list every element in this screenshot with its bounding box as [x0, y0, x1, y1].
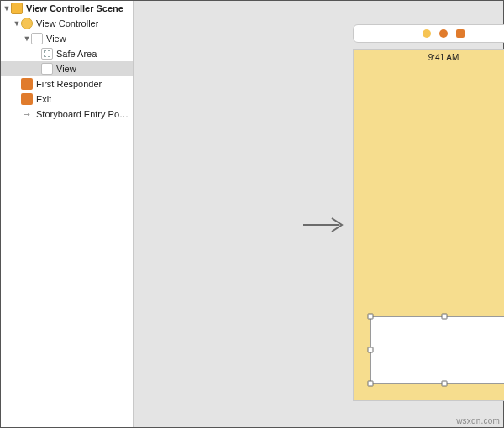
outline-label: View Controller Scene: [26, 3, 123, 13]
storyboard-canvas[interactable]: 9:41 AM wsxdn.com: [134, 1, 503, 427]
status-time: 9:41 AM: [428, 53, 459, 62]
scene-dock[interactable]: [353, 24, 504, 43]
outline-label: View: [56, 64, 76, 74]
interface-builder-window: View Controller Scene View Controller Vi…: [0, 0, 504, 428]
watermark-text: wsxdn.com: [456, 416, 500, 425]
outline-entry-point[interactable]: → Storyboard Entry Poi…: [1, 107, 133, 122]
outline-selected-view[interactable]: View: [1, 61, 133, 76]
outline-first-responder[interactable]: First Responder: [1, 76, 133, 91]
first-responder-icon: [21, 78, 33, 90]
outline-safe-area[interactable]: Safe Area: [1, 46, 133, 61]
canvas-selected-view[interactable]: [370, 316, 504, 384]
disclosure-icon[interactable]: [13, 19, 21, 28]
exit-icon: [21, 93, 33, 105]
view-controller-icon: [21, 18, 33, 29]
outline-label: First Responder: [36, 79, 102, 89]
outline-label: Exit: [36, 94, 51, 104]
outline-label: Storyboard Entry Poi…: [36, 109, 129, 119]
arrow-right-icon: →: [21, 108, 33, 120]
outline-label: Safe Area: [56, 49, 97, 59]
outline-root-view[interactable]: View: [1, 31, 133, 46]
disclosure-icon[interactable]: [23, 34, 31, 43]
disclosure-icon[interactable]: [3, 4, 11, 13]
outline-exit[interactable]: Exit: [1, 91, 133, 107]
safe-area-icon: [41, 48, 53, 60]
view-icon: [31, 33, 43, 44]
storyboard-entry-arrow-icon: [302, 216, 349, 234]
view-controller-dock-icon[interactable]: [423, 29, 431, 38]
outline-label: View Controller: [36, 18, 98, 29]
device-preview[interactable]: 9:41 AM: [353, 49, 504, 401]
document-outline[interactable]: View Controller Scene View Controller Vi…: [1, 1, 134, 427]
view-icon: [41, 63, 53, 75]
status-bar: 9:41 AM: [354, 50, 504, 65]
outline-label: View: [46, 34, 66, 44]
scene-icon: [11, 3, 23, 14]
outline-scene[interactable]: View Controller Scene: [1, 1, 133, 16]
first-responder-dock-icon[interactable]: [439, 29, 448, 38]
outline-view-controller[interactable]: View Controller: [1, 16, 133, 31]
exit-dock-icon[interactable]: [456, 29, 465, 38]
